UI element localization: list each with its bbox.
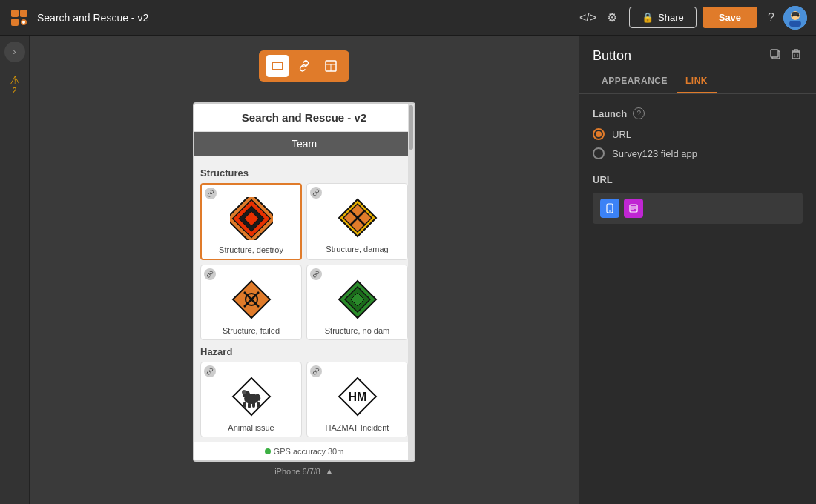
svg-point-4: [22, 21, 25, 24]
card-img-hazmat: HM: [334, 373, 381, 420]
url-label: URL: [593, 174, 803, 185]
svg-rect-1: [20, 10, 27, 17]
panel-actions: [769, 47, 803, 64]
radio-url-inner: [596, 131, 602, 137]
svg-point-47: [609, 210, 611, 212]
card-failed[interactable]: Structure, failed: [200, 265, 302, 340]
svg-point-9: [792, 14, 794, 16]
card-img-destroy: [228, 195, 275, 242]
user-avatar[interactable]: [783, 6, 807, 30]
gps-dot: [265, 448, 271, 454]
radio-url-outer: [593, 128, 605, 140]
svg-point-10: [797, 14, 800, 16]
launch-label: Launch: [593, 108, 627, 119]
phone-footer-arrow[interactable]: ▲: [325, 466, 334, 477]
card-img-animal: [228, 373, 275, 420]
card-img-failed: [228, 276, 275, 323]
url-input-bar[interactable]: [593, 193, 803, 224]
warning-count: 2: [13, 87, 17, 95]
help-icon[interactable]: ?: [768, 11, 774, 24]
layout-tool-button[interactable]: [320, 55, 342, 77]
card-damaged[interactable]: Structure, damag: [306, 183, 408, 260]
card-link-icon-failed: [204, 268, 216, 280]
svg-rect-34: [248, 402, 251, 408]
topbar: Search and Rescue - v2 </> ⚙ 🔒 Share Sav…: [0, 0, 816, 36]
app-title: Search and Rescue - v2: [37, 12, 579, 24]
hazard-label: Hazard: [200, 346, 408, 357]
radio-survey123[interactable]: Survey123 field app: [593, 147, 803, 159]
delete-button[interactable]: [789, 47, 803, 64]
card-link-icon-destroy: [205, 188, 217, 199]
sidebar-toggle[interactable]: ›: [4, 42, 25, 62]
svg-rect-2: [11, 19, 19, 26]
code-icon[interactable]: </>: [579, 11, 596, 24]
launch-section-header: Launch ?: [593, 107, 803, 119]
structures-grid: Structure, destroy: [200, 183, 408, 340]
svg-point-38: [242, 390, 246, 394]
panel-title: Button: [593, 48, 631, 64]
tab-link[interactable]: LINK: [677, 70, 717, 93]
svg-rect-7: [789, 21, 801, 27]
save-button[interactable]: Save: [703, 7, 757, 28]
card-destroy[interactable]: Structure, destroy: [200, 183, 302, 260]
launch-radio-group: URL Survey123 field app: [593, 128, 803, 159]
url-section: URL: [593, 174, 803, 224]
duplicate-button[interactable]: [769, 47, 782, 64]
radio-survey123-label: Survey123 field app: [612, 148, 697, 159]
settings-icon[interactable]: ⚙: [607, 10, 617, 24]
app-logo: [9, 7, 30, 28]
card-label-destroy: Structure, destroy: [219, 245, 283, 254]
card-animal[interactable]: Animal issue: [200, 362, 302, 437]
card-link-icon-damaged: [310, 187, 322, 199]
canvas-area: Search and Rescue - v2 Team Structures: [30, 36, 579, 504]
phone-title: Search and Rescue - v2: [194, 104, 414, 132]
hazard-grid: Animal issue: [200, 362, 408, 437]
warning-indicator[interactable]: ⚠ 2: [4, 74, 25, 95]
radio-url[interactable]: URL: [593, 128, 803, 140]
scroll-thumb: [409, 105, 413, 150]
url-chip-phone: [600, 199, 619, 218]
topbar-tools: </> ⚙: [579, 10, 617, 24]
phone-footer: iPhone 6/7/8 ▲: [274, 466, 334, 477]
card-label-failed: Structure, failed: [223, 326, 280, 335]
device-toolbar: [259, 50, 349, 82]
card-img-nodam: [334, 276, 381, 323]
scroll-bar[interactable]: [408, 104, 414, 460]
svg-rect-42: [771, 50, 778, 57]
link-tool-button[interactable]: [293, 55, 315, 77]
phone-team-header: Team: [194, 132, 414, 156]
right-panel-header: Button: [579, 36, 816, 70]
card-link-icon-nodam: [310, 268, 322, 280]
panel-body: Launch ? URL Survey123 field app: [579, 94, 816, 504]
card-label-hazmat: HAZMAT Incident: [326, 423, 389, 432]
card-link-icon-hazmat: [310, 365, 322, 377]
launch-section: Launch ? URL Survey123 field app: [593, 107, 803, 159]
right-panel: Button: [579, 36, 816, 504]
gps-bar: GPS accuracy 30m: [194, 442, 414, 460]
phone-model-label: iPhone 6/7/8: [274, 467, 320, 476]
launch-help-icon[interactable]: ?: [633, 107, 645, 119]
radio-url-label: URL: [612, 129, 631, 140]
card-nodam[interactable]: Structure, no dam: [306, 265, 408, 340]
share-button[interactable]: 🔒 Share: [629, 7, 697, 28]
svg-rect-36: [257, 402, 260, 408]
rect-tool-button[interactable]: [266, 55, 289, 77]
card-label-animal: Animal issue: [228, 423, 274, 432]
tab-appearance[interactable]: APPEARANCE: [593, 70, 677, 93]
phone-frame: Search and Rescue - v2 Team Structures: [193, 102, 415, 462]
svg-rect-33: [243, 402, 246, 408]
main-area: › ⚠ 2: [0, 36, 816, 504]
panel-tabs: APPEARANCE LINK: [579, 70, 816, 94]
radio-survey123-outer: [593, 147, 605, 159]
svg-rect-43: [792, 52, 800, 59]
structures-label: Structures: [200, 168, 408, 179]
card-link-icon-animal: [204, 365, 216, 377]
card-label-damaged: Structure, damag: [326, 245, 388, 253]
gps-text: GPS accuracy 30m: [274, 447, 344, 456]
card-hazmat[interactable]: HM HAZMAT Incident: [306, 362, 408, 437]
card-label-nodam: Structure, no dam: [325, 326, 389, 335]
left-sidebar: › ⚠ 2: [0, 36, 30, 504]
url-chip-survey: [624, 199, 643, 218]
svg-rect-0: [11, 10, 19, 17]
svg-rect-35: [252, 402, 255, 408]
